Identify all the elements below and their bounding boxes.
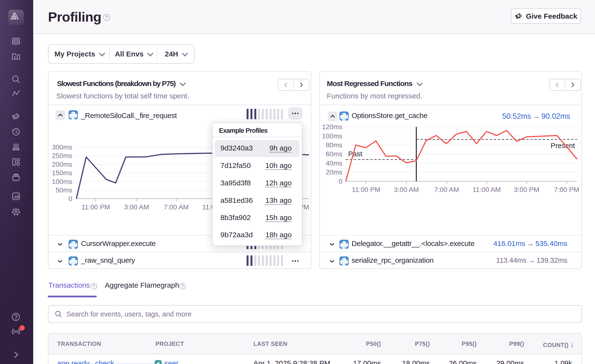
svg-text:3:00 AM: 3:00 AM <box>124 203 149 211</box>
svg-text:300ms: 300ms <box>52 143 72 151</box>
svg-text:11:00 PM: 11:00 PM <box>81 203 110 211</box>
svg-text:200ms: 200ms <box>52 161 72 168</box>
svg-text:7:00 AM: 7:00 AM <box>164 203 189 211</box>
svg-text:11:00 AM: 11:00 AM <box>473 186 501 193</box>
svg-text:120ms: 120ms <box>322 123 342 131</box>
svg-text:20ms: 20ms <box>326 168 342 176</box>
svg-text:11:00 PM: 11:00 PM <box>352 186 380 193</box>
svg-text:Past: Past <box>348 150 362 158</box>
svg-text:3:00 PM: 3:00 PM <box>514 186 539 193</box>
svg-text:80ms: 80ms <box>326 141 342 149</box>
svg-text:3:00 AM: 3:00 AM <box>394 186 419 193</box>
svg-text:100ms: 100ms <box>322 132 342 140</box>
svg-text:250ms: 250ms <box>52 152 72 159</box>
svg-text:150ms: 150ms <box>52 169 72 177</box>
svg-text:50ms: 50ms <box>56 186 72 194</box>
svg-text:7:00 AM: 7:00 AM <box>434 186 459 193</box>
svg-text:0: 0 <box>338 178 342 185</box>
svg-text:40ms: 40ms <box>326 159 342 167</box>
svg-text:100ms: 100ms <box>52 178 72 185</box>
svg-text:60ms: 60ms <box>326 150 342 158</box>
svg-text:7:00 PM: 7:00 PM <box>554 186 579 193</box>
svg-text:0: 0 <box>68 195 72 203</box>
